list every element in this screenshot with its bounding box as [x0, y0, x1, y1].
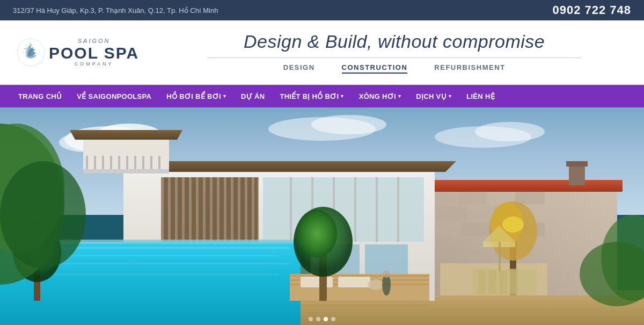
svg-rect-118: [499, 242, 501, 271]
logo-saigon: SAIGON: [49, 38, 139, 44]
header-right: Design & Build, without compromise DESIG…: [139, 31, 628, 74]
nav-thiet-bi[interactable]: THIẾT BỊ HỒ BƠI ▾: [272, 85, 351, 107]
svg-rect-24: [437, 207, 467, 220]
svg-rect-112: [478, 270, 486, 294]
svg-rect-92: [338, 277, 370, 287]
logo-area: SAIGON POOL SPA COMPANY: [16, 38, 139, 67]
svg-point-93: [368, 279, 384, 290]
svg-point-110: [383, 270, 390, 278]
chevron-down-icon: ▾: [449, 93, 451, 99]
service-construction[interactable]: CONSTRUCTION: [342, 63, 408, 74]
hero-image: [0, 107, 644, 325]
service-refurbishment[interactable]: REFURBISHMENT: [434, 63, 505, 74]
hero-section: [0, 107, 644, 325]
svg-rect-25: [470, 207, 491, 220]
svg-point-106: [0, 161, 86, 269]
svg-rect-33: [569, 164, 585, 185]
svg-point-5: [23, 52, 24, 53]
svg-rect-71: [86, 156, 88, 169]
svg-rect-85: [32, 274, 279, 275]
svg-rect-114: [499, 270, 507, 294]
svg-rect-77: [134, 156, 136, 169]
svg-rect-80: [158, 156, 160, 169]
nav-du-an[interactable]: DỰ ÁN: [233, 85, 272, 107]
svg-rect-113: [488, 270, 496, 294]
svg-point-13: [475, 122, 545, 141]
svg-point-11: [311, 115, 386, 134]
carousel-dot-1[interactable]: [309, 317, 313, 321]
service-links: DESIGN CONSTRUCTION REFURBISHMENT: [283, 63, 506, 74]
top-bar: 312/37 Hà Huy Giáp, Kp.3, P. Thạnh Xuân,…: [0, 0, 644, 20]
svg-rect-28: [435, 223, 459, 236]
carousel-dots: [309, 317, 335, 321]
main-nav: TRANG CHỦ VỀ SAIGONPOOLSPA HỒ BƠI BỂ BƠI…: [0, 85, 644, 107]
logo-icon: [16, 38, 46, 67]
tagline-divider: [207, 57, 581, 58]
logo-text: SAIGON POOL SPA COMPANY: [49, 38, 139, 67]
svg-rect-91: [301, 277, 333, 287]
svg-rect-88: [290, 275, 429, 277]
nav-xong-hoi[interactable]: XÔNG HƠI ▾: [352, 85, 409, 107]
chevron-down-icon: ▾: [398, 93, 401, 99]
logo-pool-spa: POOL SPA: [49, 44, 139, 62]
chevron-down-icon: ▾: [341, 93, 343, 99]
nav-ve-saigon[interactable]: VỀ SAIGONPOOLSPA: [69, 85, 159, 107]
svg-rect-20: [435, 191, 456, 204]
carousel-dot-3[interactable]: [324, 317, 328, 321]
carousel-dot-2[interactable]: [316, 317, 320, 321]
svg-rect-74: [110, 156, 112, 169]
nav-lien-he[interactable]: LIÊN HỆ: [459, 85, 502, 107]
svg-point-99: [296, 210, 337, 258]
svg-rect-23: [515, 191, 545, 204]
svg-rect-78: [142, 156, 144, 169]
svg-rect-79: [150, 156, 152, 169]
svg-rect-32: [424, 180, 623, 192]
svg-rect-115: [510, 270, 518, 294]
svg-rect-21: [459, 191, 486, 204]
svg-rect-76: [126, 156, 128, 169]
svg-rect-70: [83, 169, 169, 174]
svg-point-1: [24, 48, 26, 49]
svg-rect-75: [118, 156, 120, 169]
svg-rect-72: [94, 156, 96, 169]
svg-point-4: [33, 44, 34, 45]
site-header: SAIGON POOL SPA COMPANY Design & Build, …: [0, 20, 644, 85]
nav-ho-boi[interactable]: HỒ BƠI BỂ BƠI ▾: [159, 85, 233, 107]
service-design[interactable]: DESIGN: [283, 63, 315, 74]
svg-point-3: [29, 43, 31, 45]
svg-point-103: [502, 216, 524, 233]
logo-company: COMPANY: [49, 62, 139, 67]
svg-rect-73: [102, 156, 104, 169]
chevron-down-icon: ▾: [223, 93, 226, 99]
carousel-dot-4[interactable]: [331, 317, 335, 321]
phone-number[interactable]: 0902 722 748: [552, 3, 631, 17]
nav-dich-vu[interactable]: DỊCH VỤ ▾: [408, 85, 459, 107]
svg-marker-69: [70, 130, 182, 140]
nav-trang-chu[interactable]: TRANG CHỦ: [11, 85, 69, 107]
address-text: 312/37 Hà Huy Giáp, Kp.3, P. Thạnh Xuân,…: [13, 6, 218, 15]
svg-rect-29: [462, 223, 491, 236]
svg-rect-34: [566, 161, 588, 167]
tagline: Design & Build, without compromise: [244, 31, 545, 52]
svg-point-2: [26, 45, 27, 46]
